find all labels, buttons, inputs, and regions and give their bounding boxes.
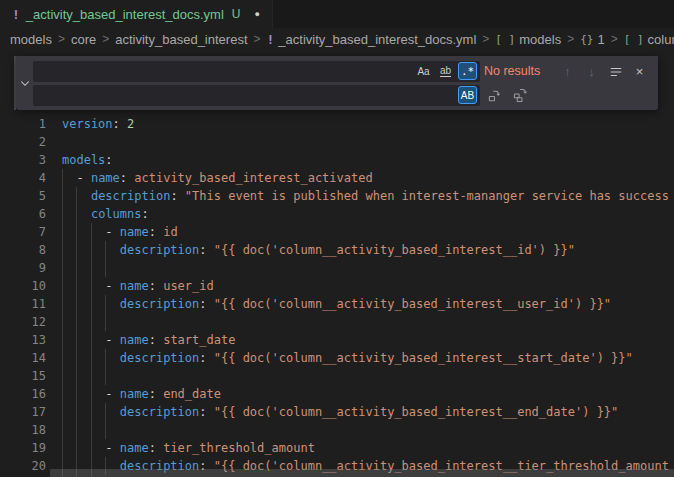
tab-active-file[interactable]: ! _activity_based_interest_docs.yml U ● xyxy=(0,0,273,28)
code-line[interactable]: 11 description: "{{ doc('column__activit… xyxy=(0,295,674,313)
breadcrumb-item[interactable]: {}1 xyxy=(580,32,604,47)
code-line-text: description: "This event is published wh… xyxy=(46,187,669,205)
line-number: 12 xyxy=(0,313,46,331)
code-line[interactable]: 12 xyxy=(0,313,674,331)
breadcrumb-separator-icon: > xyxy=(567,32,574,46)
line-number: 9 xyxy=(0,259,46,277)
breadcrumb-item[interactable]: [ ]models xyxy=(495,32,561,47)
indent-guide xyxy=(105,403,106,439)
line-number: 5 xyxy=(0,187,46,205)
use-regex-toggle[interactable]: .* xyxy=(458,62,477,80)
code-line[interactable]: 8 description: "{{ doc('column__activity… xyxy=(0,241,674,259)
whole-word-toggle[interactable]: ab xyxy=(436,62,455,80)
line-number: 11 xyxy=(0,295,46,313)
breadcrumb-item[interactable]: !_activity_based_interest_docs.yml xyxy=(267,32,477,47)
replace-all-button[interactable] xyxy=(510,85,531,106)
code-line-text: - name: user_id xyxy=(46,277,214,295)
tab-title: _activity_based_interest_docs.yml xyxy=(26,7,224,22)
line-number: 15 xyxy=(0,367,46,385)
match-case-toggle[interactable]: Aa xyxy=(414,62,433,80)
code-line-text xyxy=(46,313,62,331)
symbol-object-icon: {} xyxy=(580,33,593,46)
replace-input[interactable]: - name: $1\n description: "{{ doc('colum… xyxy=(33,85,480,106)
code-line-text: description: "{{ doc('column__activity_b… xyxy=(46,241,575,259)
indent-guide xyxy=(76,187,77,477)
indent-guide xyxy=(91,223,92,477)
find-in-selection-button[interactable] xyxy=(605,61,626,82)
code-line-text: models: xyxy=(46,151,113,169)
line-number: 18 xyxy=(0,421,46,439)
breadcrumb-separator-icon: > xyxy=(254,32,261,46)
line-number: 19 xyxy=(0,439,46,457)
line-number: 20 xyxy=(0,457,46,475)
code-line-text: - name: activity_based_interest_activate… xyxy=(46,169,373,187)
code-line[interactable]: 13 - name: start_date xyxy=(0,331,674,349)
code-line[interactable]: 19 - name: tier_threshold_amount xyxy=(0,439,674,457)
code-editor[interactable]: 1version: 223models:4 - name: activity_b… xyxy=(0,115,674,475)
code-line[interactable]: 5 description: "This event is published … xyxy=(0,187,674,205)
code-line[interactable]: 3models: xyxy=(0,151,674,169)
line-number: 10 xyxy=(0,277,46,295)
close-find-widget-button[interactable]: × xyxy=(629,61,650,82)
breadcrumb-separator-icon: > xyxy=(58,32,65,46)
code-line[interactable]: 16 - name: end_date xyxy=(0,385,674,403)
code-line-text: description: "{{ doc('column__activity_b… xyxy=(46,349,633,367)
code-line-text xyxy=(46,133,62,151)
breadcrumb-separator-icon: > xyxy=(611,32,618,46)
code-line[interactable]: 9 xyxy=(0,259,674,277)
replace-button[interactable] xyxy=(484,85,505,106)
symbol-array-icon: [ ] xyxy=(624,33,644,46)
code-line[interactable]: 10 - name: user_id xyxy=(0,277,674,295)
code-line-text: - name: id xyxy=(46,223,178,241)
line-number: 14 xyxy=(0,349,46,367)
code-line[interactable]: 18 xyxy=(0,421,674,439)
breadcrumb-label: activity_based_interest xyxy=(115,32,247,47)
code-line-text: - name: start_date xyxy=(46,331,235,349)
breadcrumb-separator-icon: > xyxy=(482,32,489,46)
breadcrumb-item[interactable]: activity_based_interest xyxy=(115,32,247,47)
line-number: 13 xyxy=(0,331,46,349)
find-status: No results xyxy=(484,61,540,82)
preserve-case-toggle[interactable]: AB xyxy=(458,86,477,104)
line-number: 17 xyxy=(0,403,46,421)
yaml-file-icon: ! xyxy=(12,7,20,22)
indent-guide xyxy=(105,349,106,385)
code-line[interactable]: 7 - name: id xyxy=(0,223,674,241)
code-line-text: - name: tier_threshold_amount xyxy=(46,439,315,457)
breadcrumb-label: models xyxy=(519,32,561,47)
breadcrumb-item[interactable]: models xyxy=(10,32,52,47)
breadcrumb-item[interactable]: core xyxy=(71,32,96,47)
horizontal-scrollbar-thumb[interactable] xyxy=(50,469,674,477)
symbol-array-icon: [ ] xyxy=(495,33,515,46)
previous-match-button[interactable]: ↑ xyxy=(557,61,578,82)
line-number: 1 xyxy=(0,115,46,133)
yaml-file-icon: ! xyxy=(267,32,275,47)
modified-dot-icon[interactable]: ● xyxy=(255,9,260,19)
breadcrumb-item[interactable]: [ ]columns xyxy=(624,32,674,47)
next-match-button[interactable]: ↓ xyxy=(581,61,602,82)
breadcrumb: models>core>activity_based_interest>!_ac… xyxy=(0,28,674,50)
line-number: 3 xyxy=(0,151,46,169)
code-line[interactable]: 2 xyxy=(0,133,674,151)
code-line-text: description: "{{ doc('column__activity_b… xyxy=(46,295,611,313)
code-line[interactable]: 17 description: "{{ doc('column__activit… xyxy=(0,403,674,421)
line-number: 6 xyxy=(0,205,46,223)
breadcrumb-label: columns xyxy=(648,32,674,47)
code-line[interactable]: 4 - name: activity_based_interest_activa… xyxy=(0,169,674,187)
code-line[interactable]: 6 columns: xyxy=(0,205,674,223)
code-line-text: description: "{{ doc('column__activity_b… xyxy=(46,403,618,421)
toggle-replace-chevron-icon[interactable] xyxy=(16,56,33,110)
code-line[interactable]: 1version: 2 xyxy=(0,115,674,133)
git-status-badge: U xyxy=(232,7,241,21)
find-input[interactable]: \s{6}- name: (.*)\n description: "" Aaab… xyxy=(33,61,480,82)
breadcrumb-label: models xyxy=(10,32,52,47)
code-line[interactable]: 15 xyxy=(0,367,674,385)
line-number: 2 xyxy=(0,133,46,151)
code-line-text xyxy=(46,421,62,439)
code-line[interactable]: 14 description: "{{ doc('column__activit… xyxy=(0,349,674,367)
code-line-text: - name: end_date xyxy=(46,385,221,403)
line-number: 16 xyxy=(0,385,46,403)
code-line-text xyxy=(46,367,62,385)
breadcrumb-label: _activity_based_interest_docs.yml xyxy=(278,32,476,47)
code-line-text: version: 2 xyxy=(46,115,134,133)
